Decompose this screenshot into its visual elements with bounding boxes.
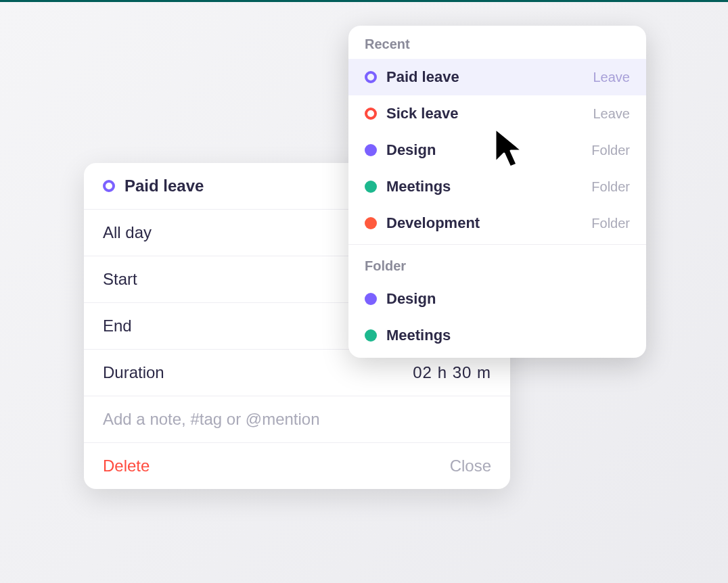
dot-icon [365,181,377,193]
dropdown-item-label: Development [386,214,582,232]
dropdown-item-development[interactable]: Development Folder [348,205,646,241]
section-folder-label: Folder [348,248,646,281]
dropdown-item-label: Design [386,141,582,159]
dropdown-item-type: Folder [591,216,630,231]
dropdown-item-label: Design [386,290,630,308]
dropdown-item-type: Folder [591,143,630,158]
card-footer: Delete Close [84,443,510,489]
top-accent-bar [0,0,728,2]
all-day-label: All day [103,223,152,242]
note-input-row[interactable]: Add a note, #tag or @mention [84,396,510,443]
dropdown-divider [348,244,646,245]
end-label: End [103,317,132,335]
dropdown-item-type: Folder [591,179,630,195]
dropdown-item-label: Meetings [386,327,630,344]
dot-icon [365,329,377,342]
event-category-name: Paid leave [124,177,204,195]
duration-label: Duration [103,363,164,382]
dropdown-item-label: Meetings [386,178,582,195]
dot-icon [365,293,377,305]
delete-button[interactable]: Delete [103,457,150,475]
ring-icon [365,71,377,83]
start-label: Start [103,270,137,289]
dropdown-item-design[interactable]: Design Folder [348,132,646,168]
dropdown-item-meetings[interactable]: Meetings Folder [348,168,646,205]
dropdown-folder-design[interactable]: Design [348,281,646,317]
dot-icon [365,217,377,229]
dot-icon [365,144,377,156]
dropdown-item-label: Paid leave [386,68,584,86]
section-recent-label: Recent [348,26,646,59]
category-dropdown: Recent Paid leave Leave Sick leave Leave… [348,26,646,358]
dropdown-item-paid-leave[interactable]: Paid leave Leave [348,59,646,95]
ring-icon [103,180,115,192]
note-placeholder: Add a note, #tag or @mention [103,410,320,429]
dropdown-item-sick-leave[interactable]: Sick leave Leave [348,95,646,132]
dropdown-item-type: Leave [593,106,631,122]
dropdown-item-type: Leave [593,70,631,85]
duration-value: 02 h 30 m [413,363,491,382]
close-button[interactable]: Close [450,457,491,475]
ring-icon [365,108,377,120]
dropdown-folder-meetings[interactable]: Meetings [348,317,646,358]
dropdown-item-label: Sick leave [386,105,584,122]
